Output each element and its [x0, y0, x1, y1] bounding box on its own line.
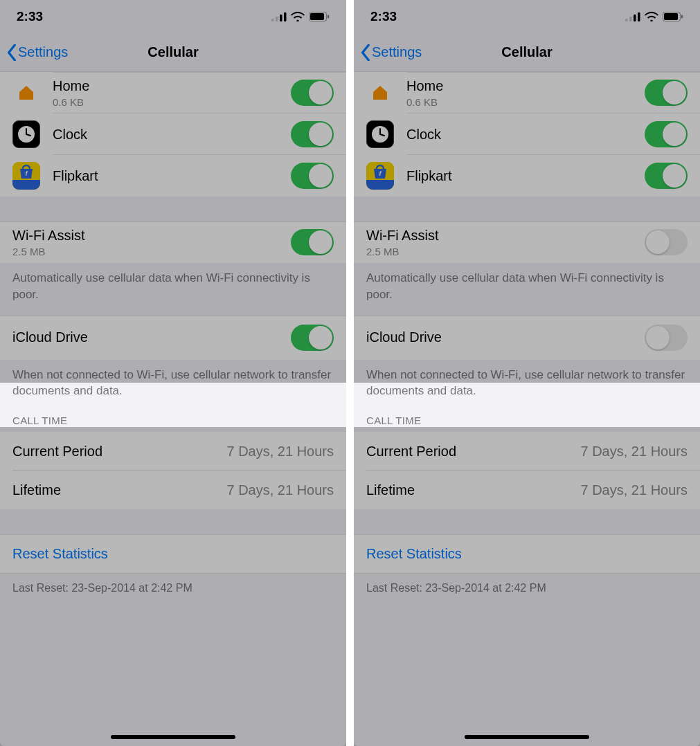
toggle-clock[interactable]	[645, 121, 688, 147]
svg-rect-5	[310, 13, 324, 20]
toggle-clock[interactable]	[291, 121, 334, 147]
apps-group: Home 0.6 KB Clock	[0, 72, 346, 197]
toggle-home[interactable]	[645, 80, 688, 106]
last-reset-text: Last Reset: 23-Sep-2014 at 2:42 PM	[354, 574, 700, 611]
toggle-flipkart[interactable]	[645, 163, 688, 189]
back-button[interactable]: Settings	[7, 33, 68, 71]
app-name: Home	[53, 78, 291, 95]
app-name: Flipkart	[53, 167, 291, 185]
page-title: Cellular	[147, 44, 198, 60]
settings-content: Home 0.6 KB Clock	[354, 72, 700, 746]
reset-statistics-label: Reset Statistics	[12, 546, 108, 561]
phone-right: 2:33 Settings Cellular	[354, 0, 700, 746]
svg-rect-19	[681, 15, 683, 19]
call-time-header: CALL TIME	[354, 412, 700, 432]
chevron-left-icon	[361, 44, 370, 61]
nav-bar: Settings Cellular	[0, 33, 346, 72]
call-time-lifetime-row: Lifetime 7 Days, 21 Hours	[354, 471, 700, 509]
app-row-home[interactable]: Home 0.6 KB	[0, 72, 346, 113]
call-time-lifetime-row: Lifetime 7 Days, 21 Hours	[0, 471, 346, 509]
svg-rect-15	[634, 15, 636, 21]
home-indicator[interactable]	[465, 735, 589, 739]
icloud-drive-title: iCloud Drive	[366, 329, 645, 346]
phone-left: 2:33 Settings Cellular	[0, 0, 346, 746]
page-title: Cellular	[501, 44, 552, 60]
battery-icon	[663, 12, 683, 21]
app-row-flipkart[interactable]: f Flipkart	[0, 155, 346, 197]
app-usage: 0.6 KB	[406, 96, 645, 108]
app-row-home[interactable]: Home 0.6 KB	[354, 72, 700, 113]
nav-bar: Settings Cellular	[354, 33, 700, 72]
call-time-lifetime-value: 7 Days, 21 Hours	[580, 482, 688, 498]
status-bar: 2:33	[354, 0, 700, 33]
apps-group: Home 0.6 KB Clock	[354, 72, 700, 197]
status-icons	[625, 12, 683, 21]
status-icons	[271, 12, 330, 21]
svg-rect-0	[271, 19, 274, 21]
wifi-assist-usage: 2.5 MB	[12, 246, 291, 257]
call-time-lifetime-label: Lifetime	[12, 482, 61, 498]
call-time-current-row: Current Period 7 Days, 21 Hours	[0, 432, 346, 471]
app-row-clock[interactable]: Clock	[354, 113, 700, 155]
icloud-drive-row[interactable]: iCloud Drive	[0, 316, 346, 360]
svg-rect-13	[625, 19, 628, 21]
wifi-assist-row[interactable]: Wi-Fi Assist 2.5 MB	[0, 221, 346, 263]
home-indicator[interactable]	[111, 735, 235, 739]
svg-rect-1	[276, 17, 278, 21]
toggle-icloud-drive[interactable]	[645, 325, 688, 351]
call-time-current-row: Current Period 7 Days, 21 Hours	[354, 432, 700, 471]
app-name: Clock	[406, 126, 645, 143]
toggle-home[interactable]	[291, 80, 334, 106]
wifi-assist-footer: Automatically use cellular data when Wi-…	[354, 263, 700, 316]
svg-rect-3	[284, 12, 287, 21]
settings-content: Home 0.6 KB Clock	[0, 72, 346, 746]
call-time-current-value: 7 Days, 21 Hours	[580, 444, 688, 460]
icloud-drive-footer: When not connected to Wi-Fi, use cellula…	[354, 360, 700, 412]
app-usage: 0.6 KB	[53, 96, 291, 108]
toggle-icloud-drive[interactable]	[291, 325, 334, 351]
home-app-icon	[366, 79, 394, 107]
status-time: 2:33	[370, 9, 397, 24]
battery-icon	[309, 12, 330, 21]
reset-statistics-button[interactable]: Reset Statistics	[354, 534, 700, 574]
call-time-current-value: 7 Days, 21 Hours	[226, 444, 334, 460]
toggle-wifi-assist[interactable]	[291, 229, 334, 255]
wifi-icon	[291, 12, 305, 21]
svg-rect-16	[638, 12, 640, 21]
app-row-flipkart[interactable]: f Flipkart	[354, 155, 700, 197]
back-button[interactable]: Settings	[361, 33, 422, 71]
app-name: Home	[406, 78, 645, 95]
icloud-drive-title: iCloud Drive	[12, 329, 291, 346]
icloud-drive-footer: When not connected to Wi-Fi, use cellula…	[0, 360, 346, 412]
svg-rect-14	[629, 17, 632, 21]
svg-rect-2	[280, 15, 282, 21]
app-name: Clock	[53, 126, 291, 143]
flipkart-app-icon: f	[12, 162, 40, 190]
app-name: Flipkart	[406, 167, 645, 185]
reset-statistics-label: Reset Statistics	[366, 546, 462, 561]
status-bar: 2:33	[0, 0, 346, 33]
chevron-left-icon	[7, 44, 17, 61]
icloud-drive-row[interactable]: iCloud Drive	[354, 316, 700, 360]
app-row-clock[interactable]: Clock	[0, 113, 346, 155]
home-app-icon	[12, 79, 40, 107]
call-time-current-label: Current Period	[12, 444, 102, 460]
status-time: 2:33	[17, 9, 43, 24]
back-label: Settings	[372, 44, 422, 60]
flipkart-app-icon: f	[366, 162, 394, 190]
reset-statistics-button[interactable]: Reset Statistics	[0, 534, 346, 574]
toggle-wifi-assist[interactable]	[645, 229, 688, 255]
last-reset-text: Last Reset: 23-Sep-2014 at 2:42 PM	[0, 574, 346, 611]
wifi-assist-row[interactable]: Wi-Fi Assist 2.5 MB	[354, 221, 700, 263]
cellular-signal-icon	[271, 12, 287, 21]
wifi-assist-title: Wi-Fi Assist	[12, 227, 291, 244]
call-time-header: CALL TIME	[0, 412, 346, 432]
toggle-flipkart[interactable]	[291, 163, 334, 189]
svg-rect-11	[12, 180, 40, 190]
svg-rect-6	[327, 15, 329, 19]
wifi-assist-title: Wi-Fi Assist	[366, 227, 645, 244]
clock-app-icon	[366, 120, 394, 148]
call-time-lifetime-value: 7 Days, 21 Hours	[226, 482, 334, 498]
cellular-signal-icon	[625, 12, 640, 21]
wifi-assist-usage: 2.5 MB	[366, 246, 645, 257]
